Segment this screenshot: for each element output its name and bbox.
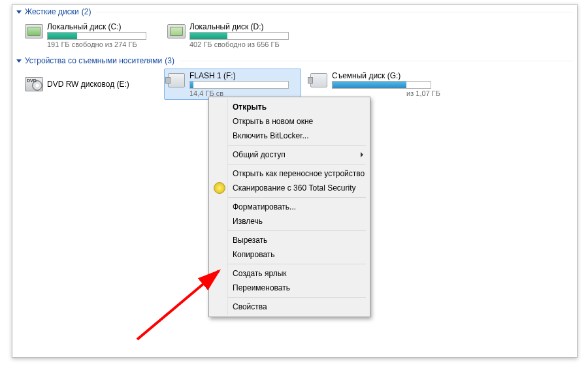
chevron-down-icon [16, 59, 22, 63]
dvd-icon [25, 75, 43, 93]
menu-gutter [210, 99, 228, 315]
menu-separator [214, 230, 366, 231]
menu-properties[interactable]: Свойства [229, 300, 367, 314]
group-header-hdd[interactable]: Жесткие диски (2) [12, 6, 577, 18]
menu-separator [214, 297, 366, 298]
drive-c[interactable]: Локальный диск (C:) 191 ГБ свободно из 2… [22, 20, 159, 51]
chevron-right-icon [361, 152, 363, 157]
drive-d[interactable]: Локальный диск (D:) 402 ГБ свободно из 6… [164, 20, 301, 51]
menu-separator [214, 197, 366, 198]
divider [180, 61, 573, 61]
hdd-icon [167, 22, 186, 40]
scan-icon [214, 182, 225, 194]
hdd-icon [25, 22, 43, 40]
group-header-removable[interactable]: Устройства со съемными носителями (3) [12, 55, 577, 67]
menu-eject[interactable]: Извлечь [229, 214, 367, 228]
usage-fill [190, 33, 227, 39]
group-title: Устройства со съемными носителями [25, 56, 162, 65]
usage-bar [189, 32, 289, 40]
menu-create-shortcut[interactable]: Создать ярлык [229, 266, 367, 281]
drive-g[interactable]: Съемный диск (G:) из 1,07 ГБ [306, 69, 444, 100]
menu-open[interactable]: Открыть [229, 100, 367, 114]
drive-subtext: 402 ГБ свободно из 656 ГБ [189, 40, 298, 48]
usage-bar [189, 81, 289, 89]
usage-bar [332, 81, 431, 89]
menu-open-new-window[interactable]: Открыть в новом окне [229, 114, 367, 129]
drive-name: FLASH 1 (F:) [189, 71, 298, 80]
divider [96, 12, 573, 12]
drive-f-selected[interactable]: FLASH 1 (F:) 14,4 ГБ св [164, 69, 301, 100]
context-menu: Открыть Открыть в новом окне Включить Bi… [208, 97, 370, 317]
drive-subtext: 191 ГБ свободно из 274 ГБ [47, 40, 155, 48]
chevron-down-icon [16, 10, 22, 14]
group-count: (2) [82, 7, 91, 16]
menu-copy[interactable]: Копировать [229, 247, 367, 262]
usb-icon [310, 71, 328, 89]
menu-separator [214, 145, 366, 146]
usage-fill [333, 82, 406, 88]
drive-name: Локальный диск (D:) [189, 22, 298, 31]
menu-scan-360[interactable]: Сканирование с 360 Total Security [229, 181, 367, 195]
usage-fill [48, 33, 77, 39]
usage-fill [190, 82, 193, 88]
menu-portable-device[interactable]: Открыть как переносное устройство [229, 166, 367, 181]
drive-name: DVD RW дисковод (E:) [47, 80, 155, 89]
group-count: (3) [165, 56, 174, 65]
menu-separator [214, 264, 366, 264]
usb-icon [167, 71, 186, 89]
menu-cut[interactable]: Вырезать [229, 233, 367, 247]
drive-name: Съемный диск (G:) [332, 71, 440, 80]
menu-separator [214, 164, 366, 164]
menu-rename[interactable]: Переименовать [229, 281, 367, 295]
menu-format[interactable]: Форматировать... [229, 200, 367, 214]
group-title: Жесткие диски [25, 7, 79, 16]
drive-name: Локальный диск (C:) [47, 22, 155, 31]
menu-share[interactable]: Общий доступ [229, 148, 367, 162]
usage-bar [47, 32, 146, 40]
drive-dvd[interactable]: DVD RW дисковод (E:) [22, 69, 159, 100]
menu-bitlocker[interactable]: Включить BitLocker... [229, 129, 367, 143]
